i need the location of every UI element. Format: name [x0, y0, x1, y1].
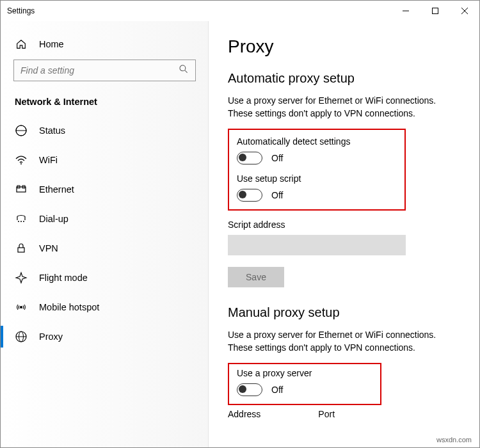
search-icon [179, 64, 189, 77]
minimize-button[interactable] [391, 1, 420, 21]
manual-highlight-box: Use a proxy server Off [228, 363, 381, 405]
home-icon [15, 38, 28, 51]
auto-detect-state: Off [271, 153, 283, 163]
svg-line-5 [185, 70, 188, 73]
search-input[interactable] [13, 60, 196, 81]
sidebar-item-label: Status [39, 125, 65, 136]
manual-setup-heading: Manual proxy setup [228, 305, 460, 320]
svg-rect-1 [433, 8, 438, 14]
sidebar-item-label: VPN [39, 243, 58, 253]
sidebar: Home Network & Internet Status WiFi Ethe… [1, 21, 209, 447]
home-label: Home [39, 39, 64, 49]
sidebar-item-status[interactable]: Status [8, 116, 201, 145]
window-controls [391, 1, 479, 21]
titlebar: Settings [1, 1, 479, 21]
ethernet-icon [15, 183, 28, 196]
hotspot-icon [15, 301, 28, 314]
sidebar-item-label: Dial-up [39, 214, 68, 224]
airplane-icon [15, 271, 28, 284]
sidebar-item-proxy[interactable]: Proxy [8, 322, 201, 351]
sidebar-item-wifi[interactable]: WiFi [8, 145, 201, 175]
sidebar-item-vpn[interactable]: VPN [8, 234, 201, 263]
auto-detect-label: Automatically detect settings [237, 136, 397, 147]
use-proxy-label: Use a proxy server [237, 368, 372, 378]
use-proxy-state: Off [271, 385, 283, 395]
dialup-icon [15, 212, 28, 225]
svg-point-7 [20, 163, 22, 164]
setup-script-label: Use setup script [237, 173, 397, 184]
auto-highlight-box: Automatically detect settings Off Use se… [228, 129, 406, 211]
auto-setup-desc: Use a proxy server for Ethernet or WiFi … [228, 95, 460, 120]
wifi-icon [15, 154, 28, 166]
script-address-label: Script address [228, 220, 460, 230]
svg-rect-8 [17, 187, 26, 192]
manual-setup-desc: Use a proxy server for Ethernet or WiFi … [228, 329, 460, 354]
script-address-input[interactable] [228, 235, 406, 255]
watermark: wsxdn.com [436, 436, 472, 444]
sidebar-item-dialup[interactable]: Dial-up [8, 204, 201, 234]
sidebar-item-label: Mobile hotspot [39, 302, 99, 312]
address-label: Address [228, 409, 260, 419]
svg-point-15 [20, 306, 22, 308]
sidebar-section-title: Network & Internet [8, 93, 201, 109]
sidebar-item-label: WiFi [39, 155, 58, 165]
setup-script-state: Off [271, 190, 283, 200]
svg-point-13 [23, 221, 24, 222]
proxy-icon [15, 330, 28, 343]
auto-detect-toggle[interactable] [237, 152, 262, 164]
close-button[interactable] [450, 1, 479, 21]
sidebar-item-label: Ethernet [39, 184, 74, 195]
page-title: Proxy [228, 36, 460, 57]
status-icon [15, 124, 28, 137]
sidebar-item-flight-mode[interactable]: Flight mode [8, 263, 201, 292]
sidebar-item-ethernet[interactable]: Ethernet [8, 175, 201, 204]
sidebar-item-label: Proxy [39, 332, 63, 342]
sidebar-item-label: Flight mode [39, 273, 88, 283]
sidebar-item-home[interactable]: Home [8, 33, 201, 60]
svg-point-4 [180, 65, 186, 71]
maximize-button[interactable] [420, 1, 450, 21]
use-proxy-toggle[interactable] [237, 383, 262, 396]
port-label: Port [318, 409, 335, 419]
main-panel: Proxy Automatic proxy setup Use a proxy … [209, 21, 479, 447]
save-button[interactable]: Save [228, 267, 284, 287]
svg-point-12 [20, 221, 22, 222]
svg-rect-14 [18, 248, 24, 252]
search-field[interactable] [20, 65, 179, 76]
svg-point-11 [18, 221, 19, 222]
auto-setup-heading: Automatic proxy setup [228, 71, 460, 86]
vpn-icon [15, 242, 28, 255]
sidebar-item-mobile-hotspot[interactable]: Mobile hotspot [8, 292, 201, 322]
setup-script-toggle[interactable] [237, 189, 262, 202]
window-title: Settings [7, 6, 35, 15]
